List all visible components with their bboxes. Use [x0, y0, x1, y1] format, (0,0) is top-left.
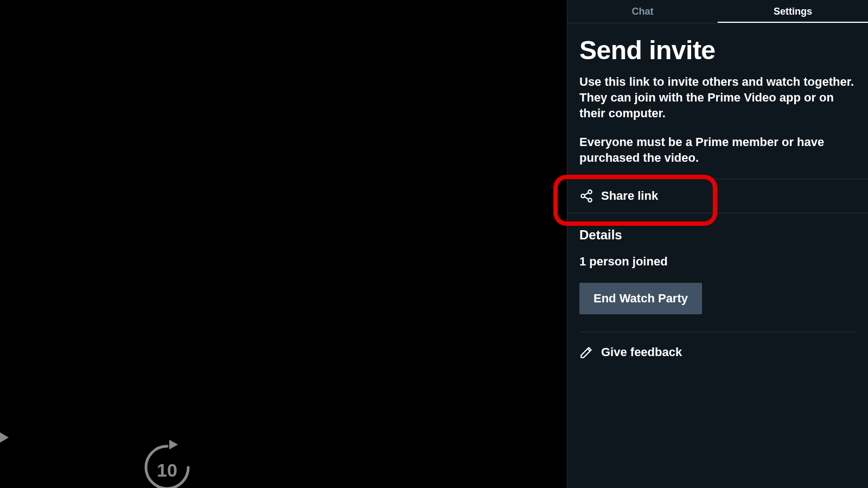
svg-line-5: [584, 197, 588, 199]
tab-settings-label: Settings: [774, 6, 812, 17]
video-player-area[interactable]: 10: [0, 0, 567, 488]
send-invite-section: Send invite Use this link to invite othe…: [567, 23, 868, 179]
invite-description-2: Everyone must be a Prime member or have …: [579, 134, 856, 166]
watch-party-sidebar: Chat Settings Send invite Use this link …: [567, 0, 868, 488]
share-link-button[interactable]: Share link: [567, 179, 868, 213]
svg-point-1: [581, 194, 585, 198]
invite-description-1: Use this link to invite others and watch…: [579, 74, 856, 121]
participants-count: 1 person joined: [579, 255, 856, 269]
tab-chat-label: Chat: [632, 6, 654, 17]
pencil-icon: [579, 345, 593, 359]
sidebar-tabs: Chat Settings: [567, 0, 868, 23]
play-icon[interactable]: [0, 430, 9, 445]
svg-point-2: [588, 190, 592, 194]
tab-chat[interactable]: Chat: [567, 0, 718, 23]
give-feedback-label: Give feedback: [601, 345, 682, 359]
svg-marker-0: [169, 440, 178, 449]
details-heading: Details: [579, 227, 856, 243]
give-feedback-button[interactable]: Give feedback: [567, 332, 868, 372]
svg-point-3: [588, 198, 592, 202]
skip-forward-button[interactable]: 10: [141, 441, 193, 488]
svg-line-4: [584, 193, 588, 195]
details-section: Details 1 person joined End Watch Party: [567, 213, 868, 314]
share-icon: [579, 189, 593, 203]
skip-amount-label: 10: [157, 460, 177, 481]
tab-settings[interactable]: Settings: [718, 0, 868, 23]
end-watch-party-button[interactable]: End Watch Party: [579, 283, 702, 314]
share-link-label: Share link: [601, 189, 658, 203]
end-watch-party-label: End Watch Party: [593, 291, 688, 305]
send-invite-title: Send invite: [579, 35, 856, 65]
